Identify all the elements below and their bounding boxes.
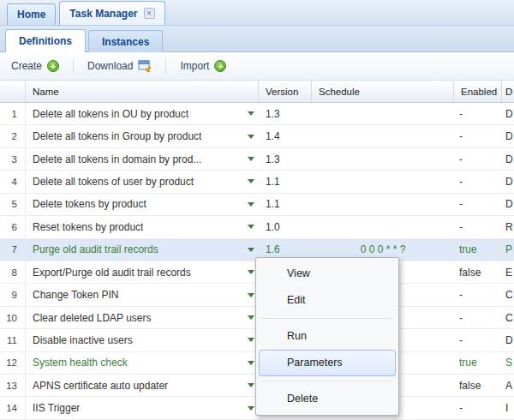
enabled-cell: - bbox=[454, 307, 502, 328]
row-number: 10 bbox=[0, 307, 26, 328]
menu-item-delete[interactable]: Delete bbox=[259, 386, 396, 412]
task-name-cell: Delete all tokens in Group by product bbox=[26, 125, 259, 147]
table-row[interactable]: 2Delete all tokens in Group by product1.… bbox=[0, 125, 514, 147]
row-number: 1 bbox=[0, 103, 26, 124]
enabled-cell: - bbox=[454, 171, 502, 192]
tab-instances[interactable]: Instances bbox=[88, 30, 163, 52]
task-name: APNS certificate auto updater bbox=[33, 380, 168, 392]
version-cell: 1.0 bbox=[259, 216, 312, 237]
row-number: 12 bbox=[0, 352, 26, 374]
context-menu: View Edit Run Parameters Delete bbox=[255, 257, 399, 416]
tab-instances-label: Instances bbox=[102, 36, 149, 48]
chevron-down-icon[interactable] bbox=[248, 157, 254, 161]
task-name: Delete tokens by product bbox=[33, 198, 146, 210]
schedule-cell bbox=[312, 171, 454, 192]
download-icon bbox=[138, 60, 152, 73]
task-name: Clear deleted LDAP users bbox=[33, 312, 152, 324]
task-name-cell: Delete tokens by product bbox=[26, 194, 259, 215]
row-number: 2 bbox=[0, 125, 26, 147]
enabled-cell: - bbox=[454, 284, 502, 305]
app-window: Home Task Manager × Definitions Instance… bbox=[0, 0, 514, 420]
task-name: Reset tokens by product bbox=[33, 221, 143, 233]
column-header-description[interactable]: D bbox=[502, 81, 514, 102]
row-number: 6 bbox=[0, 216, 26, 237]
chevron-down-icon[interactable] bbox=[248, 293, 254, 297]
tab-home[interactable]: Home bbox=[7, 3, 56, 25]
tab-task-manager[interactable]: Task Manager × bbox=[59, 1, 164, 25]
task-name-cell: Delete all tokens in OU by product bbox=[26, 103, 259, 124]
chevron-down-icon[interactable] bbox=[248, 202, 254, 207]
menu-separator bbox=[261, 318, 393, 319]
description-cell: R bbox=[502, 216, 514, 237]
enabled-cell: - bbox=[454, 194, 502, 215]
create-button[interactable]: Create + bbox=[3, 57, 67, 75]
task-name-cell: Clear deleted LDAP users bbox=[26, 307, 259, 328]
chevron-down-icon[interactable] bbox=[248, 248, 254, 252]
version-cell: 1.3 bbox=[259, 103, 312, 124]
description-cell: C bbox=[502, 307, 514, 328]
row-number: 5 bbox=[0, 194, 26, 215]
enabled-cell: - bbox=[454, 329, 502, 351]
menu-item-view[interactable]: View bbox=[259, 261, 396, 287]
table-row[interactable]: 1Delete all tokens in OU by product1.3-D bbox=[0, 103, 514, 125]
task-name-cell: APNS certificate auto updater bbox=[26, 375, 259, 396]
close-tab-icon[interactable]: × bbox=[144, 8, 155, 19]
task-name-cell: Disable inactive users bbox=[26, 329, 259, 351]
chevron-down-icon[interactable] bbox=[248, 135, 254, 139]
row-number: 13 bbox=[0, 375, 26, 396]
table-row[interactable]: 5Delete tokens by product1.1-D bbox=[0, 194, 514, 216]
enabled-cell: false bbox=[454, 375, 502, 396]
add-icon: + bbox=[214, 60, 226, 72]
description-cell: D bbox=[502, 194, 514, 215]
description-cell: S bbox=[502, 352, 514, 374]
chevron-down-icon[interactable] bbox=[248, 179, 254, 183]
chevron-down-icon[interactable] bbox=[248, 383, 254, 387]
task-name: Export/Purge old audit trail records bbox=[33, 267, 191, 279]
chevron-down-icon[interactable] bbox=[248, 270, 254, 274]
menu-item-edit[interactable]: Edit bbox=[259, 287, 396, 314]
add-icon: + bbox=[47, 60, 59, 72]
column-header-enabled[interactable]: Enabled bbox=[454, 81, 502, 102]
chevron-down-icon[interactable] bbox=[248, 338, 254, 342]
task-name-cell: Reset tokens by product bbox=[26, 216, 259, 237]
column-header-schedule[interactable]: Schedule bbox=[312, 81, 454, 102]
row-number: 14 bbox=[0, 397, 26, 418]
schedule-cell bbox=[312, 103, 454, 124]
chevron-down-icon[interactable] bbox=[248, 225, 254, 229]
version-cell: 1.1 bbox=[259, 171, 312, 192]
task-name: Delete all tokens in OU by product bbox=[33, 108, 188, 120]
row-number: 8 bbox=[0, 261, 26, 283]
description-cell: E bbox=[502, 261, 514, 283]
chevron-down-icon[interactable] bbox=[248, 315, 254, 320]
tab-home-label: Home bbox=[17, 9, 45, 21]
task-name: Change Token PIN bbox=[33, 289, 119, 301]
menu-item-run[interactable]: Run bbox=[259, 323, 396, 350]
enabled-cell: - bbox=[454, 397, 502, 418]
table-row[interactable]: 4Delete all tokens of user by product1.1… bbox=[0, 171, 514, 193]
import-button[interactable]: Import + bbox=[172, 57, 234, 75]
description-cell: D bbox=[502, 125, 514, 147]
column-header-name[interactable]: Name bbox=[26, 81, 259, 102]
chevron-down-icon[interactable] bbox=[248, 111, 254, 116]
task-name: Delete all tokens of user by product bbox=[33, 176, 194, 188]
row-number: 9 bbox=[0, 284, 26, 305]
table-row[interactable]: 3Delete all tokens in domain by prod...1… bbox=[0, 148, 514, 171]
description-cell: D bbox=[502, 103, 514, 124]
menu-item-parameters[interactable]: Parameters bbox=[259, 350, 396, 376]
chevron-down-icon[interactable] bbox=[248, 406, 254, 411]
schedule-cell bbox=[312, 148, 454, 170]
column-header-version[interactable]: Version bbox=[259, 81, 312, 102]
tab-definitions-label: Definitions bbox=[19, 35, 72, 47]
download-button[interactable]: Download bbox=[80, 57, 159, 75]
task-name-cell: Change Token PIN bbox=[26, 284, 259, 305]
task-name: Purge old audit trail records bbox=[33, 243, 158, 255]
table-row[interactable]: 6Reset tokens by product1.0-R bbox=[0, 216, 514, 238]
tab-definitions[interactable]: Definitions bbox=[5, 29, 86, 52]
row-number: 11 bbox=[0, 329, 26, 351]
task-name: IIS Trigger bbox=[33, 402, 80, 414]
toolbar-separator bbox=[73, 58, 74, 74]
task-name: Delete all tokens in Group by product bbox=[33, 130, 201, 142]
task-name-cell: IIS Trigger bbox=[26, 397, 259, 418]
version-cell: 1.1 bbox=[259, 194, 312, 215]
chevron-down-icon[interactable] bbox=[248, 361, 254, 365]
